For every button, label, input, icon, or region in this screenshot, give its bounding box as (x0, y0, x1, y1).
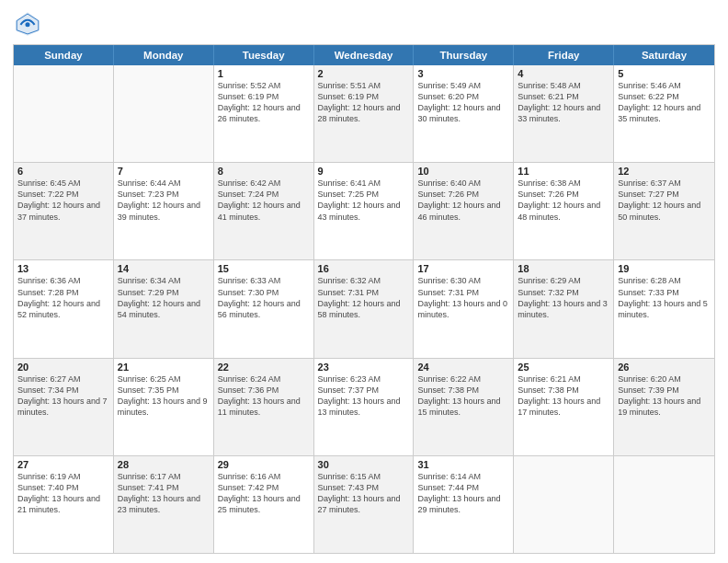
day-info: Sunrise: 6:40 AM Sunset: 7:26 PM Dayligh… (417, 178, 509, 223)
day-info: Sunrise: 6:27 AM Sunset: 7:34 PM Dayligh… (17, 373, 109, 419)
calendar-cell: 26Sunrise: 6:20 AM Sunset: 7:39 PM Dayli… (614, 359, 714, 455)
calendar-cell: 19Sunrise: 6:28 AM Sunset: 7:33 PM Dayli… (614, 260, 714, 357)
day-number: 15 (218, 263, 310, 274)
calendar-row-4: 20Sunrise: 6:27 AM Sunset: 7:34 PM Dayli… (14, 358, 714, 455)
calendar-cell: 5Sunrise: 5:46 AM Sunset: 6:22 PM Daylig… (614, 65, 714, 162)
calendar-cell: 16Sunrise: 6:32 AM Sunset: 7:31 PM Dayli… (314, 260, 415, 357)
calendar-cell: 13Sunrise: 6:36 AM Sunset: 7:28 PM Dayli… (14, 260, 114, 357)
day-number: 11 (518, 166, 609, 177)
day-info: Sunrise: 6:29 AM Sunset: 7:32 PM Dayligh… (518, 275, 609, 320)
calendar-cell: 8Sunrise: 6:42 AM Sunset: 7:24 PM Daylig… (214, 163, 314, 259)
calendar-row-3: 13Sunrise: 6:36 AM Sunset: 7:28 PM Dayli… (14, 259, 714, 357)
day-info: Sunrise: 6:37 AM Sunset: 7:27 PM Dayligh… (618, 178, 711, 223)
day-info: Sunrise: 6:20 AM Sunset: 7:39 PM Dayligh… (618, 373, 711, 419)
day-number: 18 (518, 263, 609, 274)
calendar-cell: 23Sunrise: 6:23 AM Sunset: 7:37 PM Dayli… (314, 359, 415, 455)
logo-icon (13, 9, 42, 39)
day-info: Sunrise: 6:41 AM Sunset: 7:25 PM Dayligh… (318, 178, 410, 223)
day-info: Sunrise: 6:38 AM Sunset: 7:26 PM Dayligh… (518, 178, 609, 223)
day-info: Sunrise: 6:44 AM Sunset: 7:23 PM Dayligh… (118, 178, 210, 223)
header-day-saturday: Saturday (614, 45, 714, 65)
day-number: 8 (218, 166, 310, 177)
calendar-cell: 29Sunrise: 6:16 AM Sunset: 7:42 PM Dayli… (214, 456, 314, 553)
calendar-row-5: 27Sunrise: 6:19 AM Sunset: 7:40 PM Dayli… (14, 455, 714, 553)
day-info: Sunrise: 6:33 AM Sunset: 7:30 PM Dayligh… (218, 275, 310, 320)
day-info: Sunrise: 6:32 AM Sunset: 7:31 PM Dayligh… (318, 275, 410, 320)
calendar-cell (614, 456, 714, 553)
day-number: 31 (417, 459, 509, 470)
day-number: 22 (218, 362, 310, 373)
day-number: 16 (318, 263, 410, 274)
page: SundayMondayTuesdayWednesdayThursdayFrid… (0, 0, 728, 563)
day-info: Sunrise: 6:21 AM Sunset: 7:38 PM Dayligh… (518, 373, 609, 419)
calendar-body: 1Sunrise: 5:52 AM Sunset: 6:19 PM Daylig… (14, 65, 714, 553)
day-info: Sunrise: 6:14 AM Sunset: 7:44 PM Dayligh… (417, 471, 509, 516)
day-number: 19 (618, 263, 711, 274)
day-number: 28 (118, 459, 210, 470)
header-day-friday: Friday (514, 45, 614, 65)
day-number: 12 (618, 166, 711, 177)
day-info: Sunrise: 6:16 AM Sunset: 7:42 PM Dayligh… (218, 471, 310, 516)
calendar-cell: 11Sunrise: 6:38 AM Sunset: 7:26 PM Dayli… (514, 163, 614, 259)
calendar-header: SundayMondayTuesdayWednesdayThursdayFrid… (14, 45, 714, 65)
day-number: 4 (518, 68, 609, 79)
header-day-tuesday: Tuesday (214, 45, 314, 65)
logo (13, 9, 46, 39)
day-info: Sunrise: 6:22 AM Sunset: 7:38 PM Dayligh… (417, 373, 509, 419)
day-info: Sunrise: 6:24 AM Sunset: 7:36 PM Dayligh… (218, 373, 310, 419)
day-info: Sunrise: 5:49 AM Sunset: 6:20 PM Dayligh… (417, 80, 509, 125)
day-info: Sunrise: 6:28 AM Sunset: 7:33 PM Dayligh… (618, 275, 711, 320)
header-day-sunday: Sunday (14, 45, 114, 65)
day-info: Sunrise: 6:45 AM Sunset: 7:22 PM Dayligh… (17, 178, 109, 223)
calendar-cell: 21Sunrise: 6:25 AM Sunset: 7:35 PM Dayli… (114, 359, 214, 455)
calendar-cell (114, 65, 214, 162)
day-number: 3 (417, 68, 509, 79)
day-info: Sunrise: 5:51 AM Sunset: 6:19 PM Dayligh… (318, 80, 410, 125)
calendar-cell: 18Sunrise: 6:29 AM Sunset: 7:32 PM Dayli… (514, 260, 614, 357)
day-number: 17 (417, 263, 509, 274)
header-day-thursday: Thursday (414, 45, 514, 65)
day-number: 7 (118, 166, 210, 177)
day-info: Sunrise: 6:17 AM Sunset: 7:41 PM Dayligh… (118, 471, 210, 516)
calendar-row-2: 6Sunrise: 6:45 AM Sunset: 7:22 PM Daylig… (14, 162, 714, 259)
calendar-row-1: 1Sunrise: 5:52 AM Sunset: 6:19 PM Daylig… (14, 65, 714, 162)
day-number: 20 (17, 362, 109, 373)
header-day-monday: Monday (114, 45, 214, 65)
day-info: Sunrise: 6:25 AM Sunset: 7:35 PM Dayligh… (118, 373, 210, 419)
day-info: Sunrise: 6:30 AM Sunset: 7:31 PM Dayligh… (417, 275, 509, 320)
day-number: 5 (618, 68, 711, 79)
calendar-cell: 2Sunrise: 5:51 AM Sunset: 6:19 PM Daylig… (314, 65, 415, 162)
calendar-cell: 12Sunrise: 6:37 AM Sunset: 7:27 PM Dayli… (614, 163, 714, 259)
calendar-cell: 14Sunrise: 6:34 AM Sunset: 7:29 PM Dayli… (114, 260, 214, 357)
calendar-cell: 10Sunrise: 6:40 AM Sunset: 7:26 PM Dayli… (414, 163, 514, 259)
day-number: 10 (417, 166, 509, 177)
day-number: 25 (518, 362, 609, 373)
calendar-cell: 17Sunrise: 6:30 AM Sunset: 7:31 PM Dayli… (414, 260, 514, 357)
day-number: 29 (218, 459, 310, 470)
calendar-cell: 24Sunrise: 6:22 AM Sunset: 7:38 PM Dayli… (414, 359, 514, 455)
day-info: Sunrise: 6:19 AM Sunset: 7:40 PM Dayligh… (17, 471, 109, 516)
day-number: 9 (318, 166, 410, 177)
calendar-cell: 25Sunrise: 6:21 AM Sunset: 7:38 PM Dayli… (514, 359, 614, 455)
calendar-cell: 31Sunrise: 6:14 AM Sunset: 7:44 PM Dayli… (414, 456, 514, 553)
calendar-cell: 28Sunrise: 6:17 AM Sunset: 7:41 PM Dayli… (114, 456, 214, 553)
day-number: 6 (17, 166, 109, 177)
calendar-cell: 6Sunrise: 6:45 AM Sunset: 7:22 PM Daylig… (14, 163, 114, 259)
calendar-cell (14, 65, 114, 162)
day-number: 24 (417, 362, 509, 373)
day-info: Sunrise: 5:48 AM Sunset: 6:21 PM Dayligh… (518, 80, 609, 125)
calendar-cell: 3Sunrise: 5:49 AM Sunset: 6:20 PM Daylig… (414, 65, 514, 162)
calendar-cell: 20Sunrise: 6:27 AM Sunset: 7:34 PM Dayli… (14, 359, 114, 455)
day-info: Sunrise: 6:34 AM Sunset: 7:29 PM Dayligh… (118, 275, 210, 320)
day-number: 27 (17, 459, 109, 470)
day-number: 21 (118, 362, 210, 373)
day-info: Sunrise: 6:42 AM Sunset: 7:24 PM Dayligh… (218, 178, 310, 223)
svg-point-2 (25, 22, 29, 27)
calendar-cell: 15Sunrise: 6:33 AM Sunset: 7:30 PM Dayli… (214, 260, 314, 357)
day-number: 1 (218, 68, 310, 79)
day-number: 23 (318, 362, 410, 373)
day-info: Sunrise: 6:15 AM Sunset: 7:43 PM Dayligh… (318, 471, 410, 516)
day-number: 14 (118, 263, 210, 274)
calendar-cell: 22Sunrise: 6:24 AM Sunset: 7:36 PM Dayli… (214, 359, 314, 455)
calendar-cell (514, 456, 614, 553)
